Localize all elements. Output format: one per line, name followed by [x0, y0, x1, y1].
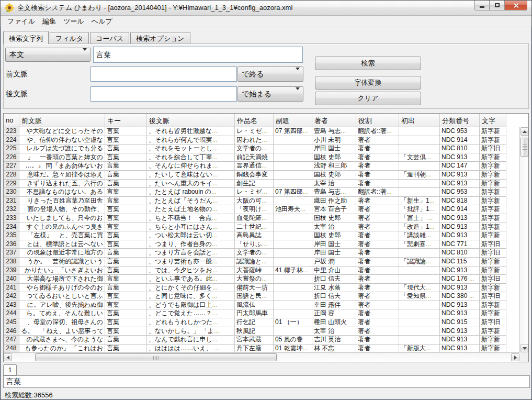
table-cell: 226 [4, 153, 19, 162]
column-header-8[interactable]: 初出 [399, 114, 440, 127]
table-cell: 著者 [356, 249, 399, 257]
table-cell: 、では、今夕ヒツをお... [147, 266, 235, 275]
table-cell: NDC 953 [440, 188, 480, 196]
table-cell: や、信仰の伴わない空虚な [19, 136, 105, 145]
page-tab-1[interactable]: 1 [3, 364, 17, 375]
table-row[interactable]: 238うか。 芸術的認識という言葉、つまり芸術も亦一般...認識論と...戸坂 … [4, 258, 506, 266]
tab-search-string[interactable]: 検索文字列 [3, 31, 49, 44]
table-cell: 著者 [356, 301, 399, 309]
table-cell: ら。てめえ、そんな難しい [19, 309, 105, 318]
column-header-4[interactable]: 作品名 [235, 114, 274, 127]
table-row[interactable]: 226」 一番頭の言葉と婢女の言葉、それを綜合して丁寧...前記天満焼国枝 史郎… [4, 153, 506, 162]
table-cell: NDC 913 [440, 301, 480, 309]
table-cell: NDC 818 [440, 197, 480, 205]
post-context-mode-select[interactable]: で始まる [237, 86, 303, 102]
table-row[interactable]: 223や大砲などに交じったその言葉、それも皆勇壮激越な...レ・ミゼ...07 … [4, 127, 506, 136]
vertical-scrollbar-thumb[interactable] [520, 138, 528, 157]
table-cell: 丹下左膳 [235, 345, 274, 353]
column-header-5[interactable]: 副題 [274, 114, 312, 127]
table-row[interactable]: 225レルブは先づ誰にでも分る言葉、それをモットーとし...文学者の...岸田 … [4, 145, 506, 153]
table-cell: とは、標準語とは云へない [19, 240, 105, 249]
table-row[interactable]: 234すぐ上の兄のふんべつ臭き言葉、ちらと小耳にはさん...二十世紀...太宰 … [4, 223, 506, 232]
table-cell: 著者 [356, 345, 399, 353]
column-header-0[interactable]: no [4, 114, 19, 127]
chevron-down-icon [83, 51, 87, 59]
scroll-up-button[interactable] [520, 127, 528, 136]
glyph-convert-button[interactable]: 字体変換 [315, 76, 421, 90]
column-header-6[interactable]: 著者 [312, 114, 356, 127]
column-header-10[interactable]: 文字 [480, 114, 506, 127]
table-row[interactable]: 229きずり込まれた五、六行の言葉、たいへん重大のキイ...創生記太宰 治著者N… [4, 180, 506, 188]
table-cell: 著者 [356, 292, 399, 301]
table-cell: 著者 [356, 136, 399, 145]
tab-strip: 検索文字列 フィルタ コーパス 検索オプション [3, 30, 529, 43]
table-row[interactable]: 224や、信仰の伴わない空虚な言葉、それらが何んで現実...囚われた...小川 … [4, 136, 506, 145]
table-cell: 248 [4, 345, 19, 353]
table-row[interactable]: 248も参ったのか」 「これはお言葉、はははは……いえ、 ...丹下左膳01 乾… [4, 345, 506, 353]
menu-help[interactable]: ヘルプ [88, 16, 116, 27]
table-row[interactable]: 239かりたい」 「いさぎよいお言葉、では、今夕ヒツをお...大菩薩峠41 椰子… [4, 266, 506, 275]
table-row[interactable]: 235「左様」 と、売言葉に買言葉、つい松太郎は云い切...高島異誌国枝 史郎著… [4, 231, 506, 240]
table-cell: 大嘗祭の... [235, 275, 274, 283]
table-row[interactable]: 245、母堂の深切、祖母さんの言葉、どれもうれしかつた...行乞記01 （一）種… [4, 318, 506, 327]
table-cell: 宮本 百合子 [312, 205, 356, 214]
arrow-up-icon [523, 130, 527, 133]
minimize-button[interactable] [474, 1, 490, 10]
table-cell: 銅銭会事変 [235, 171, 274, 179]
menu-file[interactable]: ファイル [4, 16, 39, 27]
vertical-scrollbar[interactable] [519, 127, 528, 352]
column-header-1[interactable]: 前文脈 [19, 114, 105, 127]
table-row[interactable]: 242つてゐるおいとしいと言ふ言葉、と同じ意味に、多く...国語と民...折口 … [4, 292, 506, 301]
post-context-input[interactable] [90, 86, 237, 102]
menu-edit[interactable]: 編集 [39, 16, 60, 27]
table-cell: レルブは先づ誰にでも分る [19, 145, 105, 153]
table-row[interactable]: 241やら御様子ありげの今のお言葉、とにかくその仔細を...備前天一坊江見 水蔭… [4, 284, 506, 293]
column-header-7[interactable]: 役割 [356, 114, 399, 127]
clear-button[interactable]: クリア [315, 92, 421, 105]
table-row[interactable]: 230不思議なものはない。ある言葉、たとえば rabouin の...レ・ミゼ.… [4, 188, 506, 197]
table-cell: 秋風記 [235, 327, 274, 336]
table-row[interactable]: 244ら。てめえ、そんな難しい言葉、どこで覚えた……？...円太郎馬車正岡 容著… [4, 309, 506, 318]
table-row[interactable]: 227…。』 問『まあ勿体ないお言葉、そんなに仰せられま...霊界通信...浅野… [4, 162, 506, 171]
table-cell: 新字新 [480, 153, 506, 162]
table-cell [274, 309, 312, 318]
table-row[interactable]: 243に。アレ嘘、後先揃わぬ御言葉、どうでも殿御は口上...風流仏幸田 露伴著者… [4, 301, 506, 310]
table-row[interactable]: 228意味だ。急々如律令は添え言葉、たいして意味はない...銅銭会事変国枝 史郎… [4, 171, 506, 180]
query-input[interactable] [93, 47, 303, 63]
maximize-button[interactable] [490, 1, 505, 10]
table-cell: 太宰 治 [312, 223, 356, 231]
tab-search-options[interactable]: 検索オプション [130, 32, 190, 43]
table-row[interactable]: 246る。 「ねえ、よい悪事って言葉、ないかしら。」 「よ...秋風記太宰 治著… [4, 327, 506, 336]
column-header-9[interactable]: 分類番号 [440, 114, 480, 127]
table-row[interactable]: 232面の登場人物、その動作、言葉、たとえば土地名物の...「夜明け...池田寿… [4, 205, 506, 214]
menu-tools[interactable]: ツール [60, 16, 88, 27]
table-row[interactable]: 233いたしましても、只今のお言葉、ちと不穏当！ 合点...血曼陀羅...国枝 … [4, 214, 506, 223]
table-cell: NDC 913 [440, 180, 480, 188]
search-target-select[interactable]: 本文 [5, 48, 90, 62]
scroll-right-button[interactable] [511, 353, 519, 361]
scroll-left-button[interactable] [4, 353, 12, 361]
table-cell: NDC 176 ... [440, 275, 480, 283]
tab-filter[interactable]: フィルタ [50, 32, 89, 43]
column-header-3[interactable]: 後文脈 [147, 114, 235, 127]
column-header-2[interactable]: キー [105, 114, 147, 127]
horizontal-scrollbar[interactable] [4, 352, 519, 362]
table-row[interactable]: 236とは、標準語とは云へない言葉、つまり、作者自身の...「せりふ...岸田 … [4, 240, 506, 249]
scroll-down-button[interactable] [520, 344, 528, 352]
pre-context-mode-select[interactable]: で終る [237, 66, 303, 82]
tab-corpus[interactable]: コーパス [90, 32, 129, 43]
table-cell: 、と同じ意味に、多く... [147, 292, 235, 301]
horizontal-scrollbar-thumb[interactable] [35, 353, 277, 361]
selected-text-field[interactable] [3, 375, 530, 388]
close-button[interactable] [505, 1, 527, 10]
table-cell: 種田 山頭火 [312, 318, 356, 327]
table-cell: に。アレ嘘、後先揃わぬ御 [19, 301, 105, 309]
table-row[interactable]: 240大崇高な場所で下された御言葉、といふ事である。此...大嘗祭の...折口 … [4, 275, 506, 284]
table-cell: 」 一番頭の言葉と婢女の [19, 153, 105, 162]
table-row[interactable]: 247の武蔵さまへ、今のような言葉、なんで戯れ言に申し...宮本武蔵05 風の巻… [4, 336, 506, 345]
search-button[interactable]: 検索 [315, 57, 421, 70]
pre-context-input[interactable] [90, 66, 237, 82]
table-cell: 言葉 [105, 180, 147, 188]
table-row[interactable]: 237の現象は最近非常に地方の言葉、つまり方言を会話と...文学者の...岸田 … [4, 249, 506, 258]
table-row[interactable]: 231りきった百姓言葉乃至田舎言葉、たとえば「そうだん...大阪の可...織田 … [4, 197, 506, 206]
